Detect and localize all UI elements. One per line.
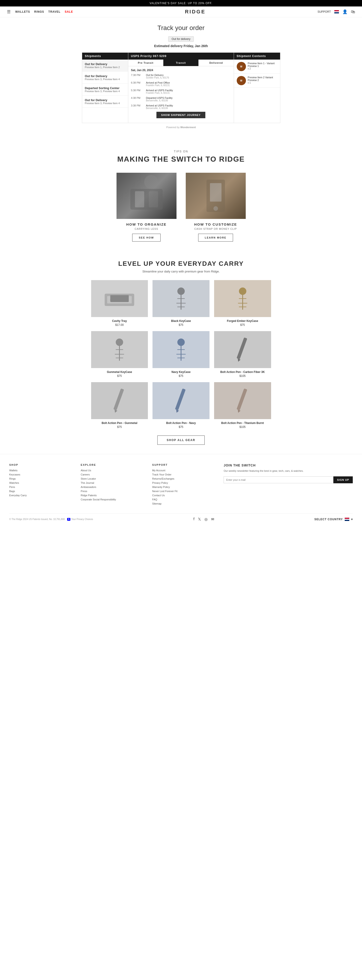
footer-link-bags[interactable]: Bags [9, 490, 74, 493]
footer-link-journal[interactable]: The Journal [81, 482, 145, 484]
event-1: 7:38 PM Out for Delivery Schiller Park, … [131, 74, 231, 79]
tab-delivered[interactable]: Delivered [198, 60, 234, 66]
tips-card-title-organize: HOW TO ORGANIZE [116, 223, 176, 226]
footer-link-everyday-carry[interactable]: Everyday Carry [9, 494, 74, 497]
svg-rect-6 [210, 183, 221, 202]
footer-country-selector[interactable]: SELECT COUNTRY ▾ [314, 518, 353, 521]
product-name-pen-titanium: Bolt Action Pen - Titanium Burnt [214, 422, 271, 425]
tab-pre-transit[interactable]: Pre Transit [128, 60, 164, 66]
footer: SHOP Wallets Keycases Rings Watches Pens… [0, 454, 362, 526]
event-4: 4:38 PM Departed USPS Facility Bensenvil… [131, 97, 231, 102]
footer-link-csr[interactable]: Corporate Social Responsibility [81, 498, 145, 501]
product-name-ember-keycase: Forged Ember KeyCase [214, 319, 271, 323]
tab-transit[interactable]: Transit [164, 60, 198, 66]
shipment-desc-2: Preview Item 3, Preview Item 4 [85, 78, 125, 81]
nav-rings[interactable]: RINGS [34, 10, 44, 13]
svg-point-9 [110, 298, 114, 302]
country-flag-footer-icon [345, 518, 349, 521]
nav-wallets[interactable]: WALLETS [15, 10, 30, 13]
footer-col-shop: SHOP Wallets Keycases Rings Watches Pens… [9, 463, 74, 506]
product-price-pen-titanium: $105 [214, 425, 271, 429]
shop-all-button[interactable]: SHOP ALL GEAR [157, 436, 205, 445]
tips-card-btn-customize[interactable]: LEARN MORE [198, 234, 233, 242]
content-item-info-2: Preview Item 2 Variant Preview 2 x 1 [248, 76, 277, 84]
product-img-pen-gunmetal [91, 382, 148, 419]
shipment-item-2[interactable]: Out for Delivery Preview Item 3, Preview… [82, 72, 128, 84]
footer-link-press[interactable]: Press [81, 490, 145, 493]
footer-link-contact[interactable]: Contact Us [152, 494, 217, 497]
product-name-gunmetal-keycase: Gunmetal KeyCase [91, 371, 148, 374]
footer-link-sitemap[interactable]: Sitemap [152, 502, 217, 505]
tracking-date: Sat, Jan 20, 2024 [131, 68, 231, 72]
newsletter-email-input[interactable] [224, 476, 333, 483]
instagram-icon[interactable]: ◎ [205, 517, 208, 522]
product-pen-carbon[interactable]: Bolt Action Pen - Carbon Fiber 3K $105 [214, 331, 271, 377]
shipment-title-1: Out for Delivery [85, 62, 125, 66]
shipment-title-3: Departed Sorting Center [85, 86, 125, 90]
footer-link-keycases[interactable]: Keycases [9, 473, 74, 476]
product-name-cavity-tray: Cavity Tray [91, 319, 148, 323]
shipment-item-4[interactable]: Out for Delivery Preview Item 3, Preview… [82, 95, 128, 108]
product-img-pen-carbon [214, 331, 271, 368]
product-cavity-tray[interactable]: Cavity Tray $17.00 [91, 280, 148, 326]
tips-card-customize: HOW TO CUSTOMIZE CASH STRAP OR MONEY CLI… [186, 173, 246, 242]
footer-link-returns[interactable]: Returns/Exchanges [152, 477, 217, 480]
header-right: SUPPORT 👤 🛍 [318, 9, 355, 14]
product-pen-titanium[interactable]: Bolt Action Pen - Titanium Burnt $105 [214, 382, 271, 429]
nav-sale[interactable]: SALE [65, 10, 73, 13]
show-journey-button[interactable]: SHOW SHIPMENT JOURNEY [156, 112, 205, 118]
tips-label: TIPS ON [5, 150, 357, 153]
products-grid: Cavity Tray $17.00 Black KeyCase $75 [91, 280, 271, 429]
shipment-item-1[interactable]: Out for Delivery Preview Item 1, Preview… [82, 60, 128, 72]
product-pen-gunmetal[interactable]: Bolt Action Pen - Gunmetal $75 [91, 382, 148, 429]
nav-travel[interactable]: TRAVEL [48, 10, 60, 13]
svg-rect-32 [114, 388, 124, 410]
footer-link-pens[interactable]: Pens [9, 485, 74, 488]
support-link[interactable]: SUPPORT [318, 10, 331, 13]
shipment-item-3[interactable]: Departed Sorting Center Preview Item 3, … [82, 84, 128, 95]
levelup-title: LEVEL UP YOUR EVERYDAY CARRY [5, 260, 357, 267]
footer-link-ambassadors[interactable]: Ambassadors [81, 485, 145, 488]
account-icon[interactable]: 👤 [342, 9, 348, 14]
cart-icon[interactable]: 🛍 [351, 10, 355, 14]
footer-link-my-account[interactable]: My Account [152, 469, 217, 472]
levelup-subtitle: Streamline your daily carry with premium… [5, 270, 357, 273]
footer-link-track-order[interactable]: Track Your Order [152, 473, 217, 476]
footer-bottom-left: © The Ridge 2024 US Patents Issued, No. … [9, 518, 93, 521]
footer-link-faq[interactable]: FAQ [152, 498, 217, 501]
footer-link-rings[interactable]: Rings [9, 477, 74, 480]
tips-card-btn-organize[interactable]: SEE HOW [132, 234, 161, 242]
product-ember-keycase[interactable]: Forged Ember KeyCase $75 [214, 280, 271, 326]
footer-link-careers[interactable]: Careers [81, 473, 145, 476]
track-title: Track your order [82, 24, 280, 32]
footer-link-store-locator[interactable]: Store Locator [81, 477, 145, 480]
footer-link-warranty[interactable]: Warranty Policy [152, 485, 217, 488]
footer-link-wallets[interactable]: Wallets [9, 469, 74, 472]
content-item-name-2: Preview Item 2 Variant Preview 2 [248, 76, 277, 81]
product-black-keycase[interactable]: Black KeyCase $75 [152, 280, 210, 326]
product-price-pen-carbon: $105 [214, 374, 271, 377]
tips-card-organize: HOW TO ORGANIZE CARRYING LESS SEE HOW [116, 173, 176, 242]
content-item-name-1: Preview Item 1 - Variant Preview 1 [248, 62, 277, 67]
menu-icon[interactable]: ☰ [7, 9, 11, 14]
footer-link-privacy[interactable]: Privacy Policy [152, 482, 217, 484]
footer-link-watches[interactable]: Watches [9, 482, 74, 484]
event-detail-3: Arrived at USPS Facility Franklin Park, … [146, 89, 173, 94]
footer-link-never-lost[interactable]: Never Lost Forever Fit [152, 490, 217, 493]
footer-link-about[interactable]: About Us [81, 469, 145, 472]
product-gunmetal-keycase[interactable]: Gunmetal KeyCase $75 [91, 331, 148, 377]
tracking-events: Sat, Jan 20, 2024 7:38 PM Out for Delive… [128, 66, 234, 123]
product-pen-navy[interactable]: Bolt Action Pen - Navy $75 [152, 382, 210, 429]
svg-rect-36 [237, 388, 247, 410]
newsletter-signup-button[interactable]: SIGN UP [333, 476, 353, 483]
content-item-info-1: Preview Item 1 - Variant Preview 1 x 2 [248, 62, 277, 70]
product-navy-keycase[interactable]: Navy KeyCase $75 [152, 331, 210, 377]
footer-link-patents[interactable]: Ridge Patents [81, 494, 145, 497]
email-icon[interactable]: ✉ [211, 517, 214, 522]
svg-rect-8 [107, 296, 132, 304]
privacy-choices[interactable]: ⚑ Your Privacy Choices [67, 518, 93, 521]
content-item-img-2: W [237, 76, 246, 85]
twitter-icon[interactable]: 𝕏 [198, 517, 201, 522]
site-logo[interactable]: RIDGE [185, 9, 206, 15]
facebook-icon[interactable]: f [193, 517, 194, 522]
